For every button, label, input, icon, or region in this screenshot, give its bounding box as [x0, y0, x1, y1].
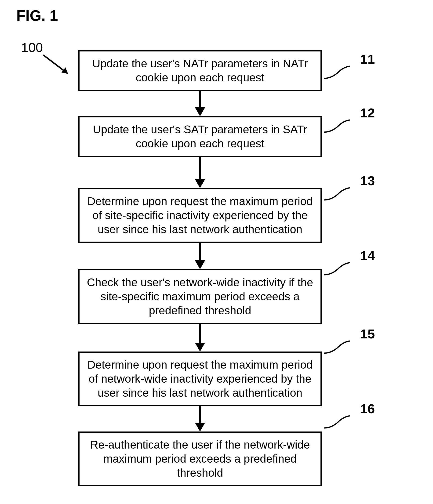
lead-line-icon: [323, 64, 351, 81]
step-text: Determine upon request the maximum perio…: [87, 358, 314, 400]
svg-marker-1: [62, 67, 68, 74]
step-box-15: Determine upon request the maximum perio…: [78, 351, 322, 406]
step-box-16: Re-authenticate the user if the network-…: [78, 432, 322, 486]
step-number-13: 13: [360, 173, 375, 188]
step-number-16: 16: [360, 401, 375, 416]
step-box-14: Check the user's network-wide inactivity…: [78, 269, 322, 324]
page: FIG. 1 100 Update the user's NATr parame…: [0, 0, 433, 504]
step-number-14: 14: [360, 248, 375, 263]
flow-arrow-icon: [195, 243, 205, 269]
flow-arrow-icon: [195, 157, 205, 188]
step-box-13: Determine upon request the maximum perio…: [78, 188, 322, 243]
reference-arrow-icon: [41, 53, 78, 83]
flow-arrow-icon: [195, 324, 205, 351]
step-number-15: 15: [360, 326, 375, 342]
step-number-12: 12: [360, 105, 375, 120]
lead-line-icon: [323, 339, 351, 355]
step-text: Re-authenticate the user if the network-…: [87, 438, 314, 480]
figure-label: FIG. 1: [16, 7, 58, 24]
lead-line-icon: [323, 118, 351, 135]
lead-line-icon: [323, 186, 351, 202]
reference-number-100: 100: [21, 40, 43, 55]
step-text: Update the user's SATr parameters in SAT…: [87, 123, 314, 151]
step-number-11: 11: [360, 52, 375, 67]
flow-arrow-icon: [195, 406, 205, 432]
flowchart: Update the user's NATr parameters in NAT…: [78, 50, 322, 486]
lead-line-icon: [323, 261, 351, 277]
step-box-11: Update the user's NATr parameters in NAT…: [78, 50, 322, 91]
step-text: Determine upon request the maximum perio…: [87, 194, 314, 236]
lead-line-icon: [323, 414, 351, 430]
flow-arrow-icon: [195, 91, 205, 116]
step-text: Update the user's NATr parameters in NAT…: [87, 57, 314, 85]
step-box-12: Update the user's SATr parameters in SAT…: [78, 116, 322, 157]
step-text: Check the user's network-wide inactivity…: [87, 276, 314, 318]
